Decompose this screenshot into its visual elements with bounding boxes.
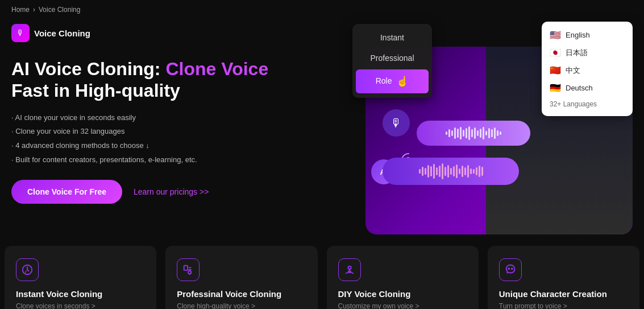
professional-icon	[177, 258, 200, 281]
hero-bullet-1: AI clone your voice in seconds easily	[11, 111, 307, 125]
nav-menu-instant[interactable]: Instant	[352, 27, 432, 48]
language-dropdown: 🇺🇸 English 🇯🇵 日本語 🇨🇳 中文 🇩🇪 Deutsch 32+ L…	[542, 22, 633, 116]
svg-point-3	[188, 271, 192, 274]
diy-icon	[338, 258, 361, 281]
hero-bullet-4: Built for content creators, presentation…	[11, 153, 307, 167]
hero-title-purple: Clone Voice	[165, 59, 268, 79]
svg-point-5	[508, 268, 509, 269]
lang-chinese[interactable]: 🇨🇳 中文	[542, 61, 633, 79]
breadcrumb-sep: ›	[33, 6, 35, 14]
hero-title-line2: Fast in High-quality	[11, 80, 180, 101]
character-icon	[499, 258, 522, 281]
instant-icon	[16, 258, 39, 281]
feature-instant-sub[interactable]: Clone voices in seconds >	[16, 302, 145, 309]
lang-chinese-label: 中文	[566, 65, 580, 76]
svg-point-4	[348, 266, 351, 270]
flag-jp: 🇯🇵	[550, 47, 561, 58]
mic-circle: 🎙	[383, 109, 410, 137]
pricing-link[interactable]: Learn our pricings >>	[134, 187, 209, 196]
clone-voice-button[interactable]: Clone Voice For Free	[11, 180, 122, 204]
feature-character[interactable]: Unique Character Creation Turn prompt to…	[488, 246, 639, 309]
feature-professional-sub[interactable]: Clone high-quality voice >	[177, 302, 306, 309]
lang-japanese-label: 日本語	[566, 48, 588, 58]
feature-professional[interactable]: Professinal Voice Cloning Clone high-qua…	[165, 246, 317, 309]
logo[interactable]: 🎙 Voice Cloning	[11, 24, 90, 42]
feature-character-sub[interactable]: Turn prompt to voice >	[499, 302, 628, 309]
hero-bullet-2: Clone your voice in 32 languages	[11, 125, 307, 139]
lang-japanese[interactable]: 🇯🇵 日本語	[542, 44, 633, 61]
waveform-bottom	[419, 163, 483, 179]
nav-menu-role[interactable]: Role ☝	[356, 69, 429, 93]
breadcrumb: Home › Voice Cloning	[0, 0, 644, 19]
svg-point-6	[512, 268, 513, 269]
hero-title-white: AI Voice Cloning:	[11, 59, 165, 79]
nav-menu-professional[interactable]: Professional	[352, 48, 432, 68]
feature-professional-title: Professinal Voice Cloning	[177, 289, 306, 299]
hero-bullet-3: 4 advanced cloning methods to choose ↓	[11, 139, 307, 153]
lang-german[interactable]: 🇩🇪 Deutsch	[542, 79, 633, 97]
feature-diy-title: DIY Voice Cloning	[338, 289, 467, 299]
waveform-bubble-top	[417, 121, 530, 146]
svg-rect-2	[184, 266, 188, 270]
lang-more: 32+ Languages	[542, 97, 633, 112]
nav-menu-dropdown: Instant Professional Role ☝	[352, 24, 432, 98]
logo-text: Voice Cloning	[34, 28, 90, 38]
flag-de: 🇩🇪	[550, 83, 561, 93]
logo-icon: 🎙	[11, 24, 30, 42]
navbar: 🎙 Voice Cloning Instant Professional Rol…	[0, 19, 644, 47]
feature-diy[interactable]: DIY Voice Cloning Customize my own voice…	[327, 246, 479, 309]
lang-german-label: Deutsch	[566, 84, 593, 92]
hero-actions: Clone Voice For Free Learn our pricings …	[11, 180, 307, 204]
hero-left: AI Voice Cloning: Clone Voice Fast in Hi…	[11, 52, 307, 229]
flag-us: 🇺🇸	[550, 30, 561, 40]
feature-instant-title: Instant Voice Cloning	[16, 289, 145, 299]
flag-cn: 🇨🇳	[550, 65, 561, 76]
waveform-top	[446, 125, 501, 141]
cursor-icon: ☝	[396, 75, 409, 88]
feature-character-title: Unique Character Creation	[499, 289, 628, 299]
feature-diy-sub[interactable]: Customize my own voice >	[338, 302, 467, 309]
hero-bullets: AI clone your voice in seconds easily Cl…	[11, 111, 307, 167]
features-section: Instant Voice Cloning Clone voices in se…	[0, 246, 644, 309]
waveform-bubble-bottom	[383, 158, 519, 185]
feature-instant[interactable]: Instant Voice Cloning Clone voices in se…	[5, 246, 156, 309]
hero-title: AI Voice Cloning: Clone Voice Fast in Hi…	[11, 58, 307, 102]
lang-english[interactable]: 🇺🇸 English	[542, 26, 633, 44]
breadcrumb-home[interactable]: Home	[11, 6, 30, 14]
lang-english-label: English	[566, 31, 590, 39]
breadcrumb-current: Voice Cloning	[39, 6, 80, 14]
